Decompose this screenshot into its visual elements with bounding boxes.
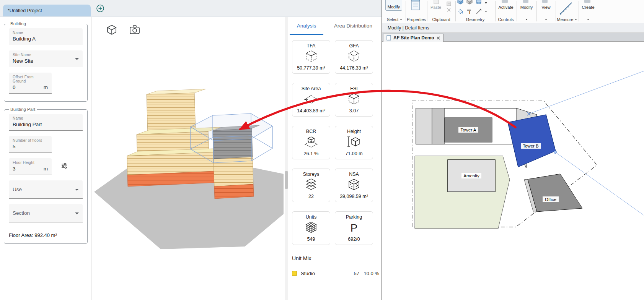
field-unit: m xyxy=(44,166,48,172)
field-unit: m xyxy=(44,84,48,90)
offset-from-ground-field[interactable]: Offset From Ground 0 m xyxy=(9,73,52,94)
modify-tool-button[interactable]: Modify xyxy=(385,0,402,11)
camera-icon[interactable] xyxy=(129,24,141,36)
metric-label: GFA xyxy=(335,43,373,49)
cut-geometry-icon[interactable] xyxy=(476,0,482,6)
use-select[interactable]: Use xyxy=(9,180,83,199)
chevron-down-icon xyxy=(545,19,547,20)
site-area-plane-icon xyxy=(292,92,330,107)
chevron-down-icon[interactable] xyxy=(485,2,487,4)
unit-count: 57 xyxy=(348,271,359,276)
metric-card-units: Units 549 xyxy=(292,211,330,245)
parking-p-icon: P xyxy=(335,220,373,235)
site-name-select[interactable]: Site Name New Site xyxy=(9,50,83,67)
document-tab[interactable]: AF Site Plan Demo xyxy=(383,34,443,42)
revit-canvas[interactable]: Tower A Tower B Amenity Office xyxy=(382,42,644,300)
field-value: 5 xyxy=(13,144,48,150)
tab-label: Area Distribution xyxy=(334,23,372,29)
cope-geometry-icon[interactable] xyxy=(457,0,463,6)
building-part-name-field[interactable]: Name Building Part xyxy=(9,114,83,131)
metric-value: 549 xyxy=(292,237,330,242)
metric-card-gfa: GFA 44,176.33 m² xyxy=(335,40,373,74)
storeys-layers-icon xyxy=(292,177,330,193)
metric-card-tfa: TFA 50,777.39 m² xyxy=(292,40,330,74)
split-knife-icon[interactable] xyxy=(476,8,482,16)
select-panel-label[interactable]: Select xyxy=(384,17,405,22)
metric-label: NSA xyxy=(335,172,373,177)
metric-card-bcr: BCR 26.1 % xyxy=(292,126,330,159)
metric-label: Units xyxy=(292,214,330,220)
geometry-panel-label[interactable]: Geometry xyxy=(456,17,495,22)
create-panel-button[interactable]: Create xyxy=(579,5,597,10)
metric-label: Site Area xyxy=(292,86,330,91)
metric-label: TFA xyxy=(292,43,330,49)
project-tab-title: *Untitled Project xyxy=(8,8,42,13)
paste-button[interactable]: Paste xyxy=(427,5,444,10)
field-label: Name xyxy=(13,31,79,35)
site-plan: Tower A Tower B Amenity Office xyxy=(382,42,644,300)
active-tab-underline xyxy=(290,34,323,35)
document-tab-strip: AF Site Plan Demo xyxy=(382,33,644,42)
view-panel-expander[interactable] xyxy=(537,17,555,22)
chevron-down-icon xyxy=(587,19,589,20)
metric-value: 692/0 xyxy=(335,237,373,242)
field-value: 0 xyxy=(13,84,16,91)
building-podium[interactable] xyxy=(127,148,225,186)
section-select[interactable]: Section xyxy=(9,204,83,222)
massing-viewport[interactable] xyxy=(92,17,285,300)
viewport-scrollbar-thumb[interactable] xyxy=(285,171,288,189)
join-geometry-icon[interactable] xyxy=(466,0,473,6)
building-group-legend: Building xyxy=(9,21,28,26)
cut-icon[interactable] xyxy=(447,7,451,14)
left-sidebar: Building Name Building A Site Name New S… xyxy=(0,17,92,300)
metric-card-fsi: FSI 3.07 xyxy=(335,83,373,117)
project-tab[interactable]: *Untitled Project xyxy=(3,5,91,16)
viewport-scrollbar-track xyxy=(285,17,288,300)
metric-value: 22 xyxy=(292,194,330,199)
clipboard-panel-label[interactable]: Clipboard xyxy=(427,17,455,22)
activate-icon xyxy=(502,0,508,3)
analysis-panel: Analysis Area Distribution TFA 50,777.39… xyxy=(288,17,382,300)
properties-icon[interactable] xyxy=(411,0,421,13)
chevron-down-icon[interactable] xyxy=(485,11,487,12)
building-name-field[interactable]: Name Building A xyxy=(9,28,83,45)
measure-ruler-icon[interactable] xyxy=(559,1,574,18)
units-rubik-icon xyxy=(292,220,330,235)
add-project-button[interactable] xyxy=(96,4,104,13)
svg-text:P: P xyxy=(351,222,358,234)
field-label: Site Name xyxy=(13,53,79,57)
modify-panel-button[interactable]: Modify xyxy=(517,5,536,10)
measure-panel-label[interactable]: Measure xyxy=(556,17,578,22)
tower-b-building[interactable] xyxy=(508,115,556,167)
metric-value: 71.00 m xyxy=(335,151,373,156)
properties-panel-label[interactable]: Properties xyxy=(406,17,427,22)
document-icon xyxy=(386,35,391,41)
number-of-floors-field[interactable]: Number of floors 5 xyxy=(9,136,52,153)
view-panel-button[interactable]: View xyxy=(537,5,555,10)
field-label: Offset From Ground xyxy=(13,75,48,83)
office-building[interactable] xyxy=(524,174,582,212)
contextual-mode-bar: Modify | Detail Items xyxy=(382,23,644,33)
metric-value: 14,403.89 m² xyxy=(292,108,330,114)
modify-panel-icon xyxy=(523,0,528,3)
unit-color-swatch xyxy=(292,271,297,276)
paint-icon[interactable] xyxy=(457,8,463,16)
metric-label: Height xyxy=(335,129,373,134)
demolish-hammer-icon[interactable] xyxy=(466,8,473,16)
tab-area-distribution[interactable]: Area Distribution xyxy=(328,17,378,34)
activate-button[interactable]: Activate xyxy=(496,5,516,10)
floor-height-field[interactable]: Floor Height 3 m xyxy=(9,158,52,175)
field-value: Building A xyxy=(13,36,79,42)
chevron-down-icon xyxy=(75,189,79,191)
create-panel-expander[interactable] xyxy=(579,17,597,22)
tab-analysis[interactable]: Analysis xyxy=(290,17,323,34)
orbit-cube-icon[interactable] xyxy=(106,24,118,36)
metric-card-nsa: NSA 39,098.59 m² xyxy=(335,169,373,202)
close-icon[interactable] xyxy=(437,36,440,40)
building-part-group-legend: Building Part xyxy=(9,107,37,112)
select-label: Use xyxy=(13,186,22,192)
modify-panel-expander[interactable] xyxy=(517,17,536,22)
revit-ribbon: Modify Select Properties xyxy=(382,0,644,23)
controls-panel-label: Controls xyxy=(496,17,516,22)
floor-height-settings-icon[interactable] xyxy=(61,162,68,171)
